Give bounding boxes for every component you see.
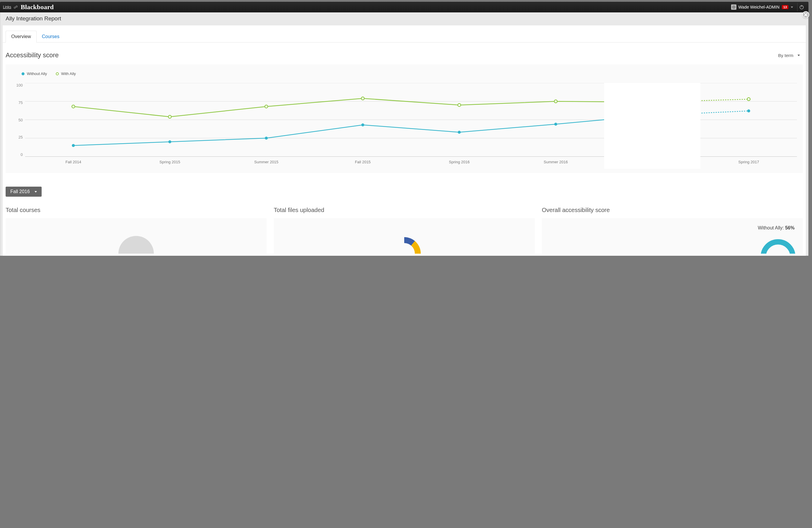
accessibility-chart: Without Ally With Ally 1007550250 Fall 2… [5,65,803,173]
donut-placeholder-icon [388,237,421,254]
svg-point-17 [265,105,268,108]
logout-button[interactable] [797,3,806,11]
tab-courses[interactable]: Courses [37,31,65,42]
chevron-down-icon [34,191,37,192]
y-tick: 0 [12,152,23,157]
section-title: Accessibility score [5,52,59,59]
notification-badge[interactable]: 13 [782,5,788,9]
svg-point-7 [72,144,75,147]
x-tick: Spring 2015 [122,160,218,164]
page-title-bar: Ally Integration Report ✕ [0,12,808,25]
y-tick: 75 [12,100,23,105]
svg-point-11 [458,131,461,134]
tabset: Overview Courses [3,31,806,43]
link-icon: ☍ [14,5,18,10]
x-tick: Spring 2017 [700,160,797,164]
user-menu[interactable]: Wade Weichel-ADMIN [738,5,779,10]
legend-without-ally: Without Ally [21,71,47,76]
chevron-down-icon [798,55,800,56]
dot-icon [21,72,25,75]
x-tick: Summer 2016 [508,160,604,164]
svg-point-22 [747,98,750,101]
svg-point-16 [168,115,171,118]
disc-placeholder-icon [118,236,154,254]
quick-links[interactable]: Links [3,5,11,9]
y-tick: 100 [12,83,23,87]
card-total-courses [5,218,267,254]
chart-legend: Without Ally With Ally [21,71,797,76]
y-tick: 25 [12,135,23,139]
x-tick: Fall 2015 [315,160,411,164]
svg-point-12 [554,123,557,126]
y-axis: 1007550250 [12,83,25,157]
brand-logo: Blackboard [21,3,54,11]
svg-point-9 [265,137,268,140]
filter-label: By term [778,53,793,58]
legend-with-ally: With Ally [56,71,76,76]
card-total-courses-title: Total courses [5,207,267,214]
close-icon: ✕ [803,12,808,18]
arc-placeholder-icon [760,239,796,254]
tab-overview[interactable]: Overview [5,31,37,43]
svg-point-15 [72,105,75,108]
ring-icon [56,72,59,75]
x-tick: Summer 2015 [218,160,315,164]
term-selector-label: Fall 2016 [10,189,30,194]
x-tick: Fall 2014 [25,160,122,164]
x-tick: Spring 2016 [411,160,508,164]
overall-score-without: Without Ally: 56% [758,225,795,231]
card-total-files-title: Total files uploaded [274,207,535,214]
close-button[interactable]: ✕ [802,11,809,18]
current-term-highlight [604,83,701,169]
filter-by-term[interactable]: By term [778,53,800,58]
svg-point-10 [361,124,364,126]
power-icon [799,4,804,10]
chevron-down-icon[interactable] [791,6,793,8]
svg-point-19 [458,104,461,106]
avatar-icon [731,4,736,10]
card-overall-score: Without Ally: 56% [542,218,803,254]
plot-area [25,83,797,157]
page-title: Ally Integration Report [5,15,61,22]
svg-point-20 [554,100,557,103]
app-topbar: Links ☍ Blackboard Wade Weichel-ADMIN 13 [0,2,809,12]
y-tick: 50 [12,118,23,122]
svg-point-8 [168,140,171,143]
svg-point-14 [747,110,750,113]
term-selector[interactable]: Fall 2016 [5,187,42,197]
card-total-files [274,218,535,254]
svg-point-18 [361,97,364,100]
card-overall-score-title: Overall accessibility score [542,207,803,214]
